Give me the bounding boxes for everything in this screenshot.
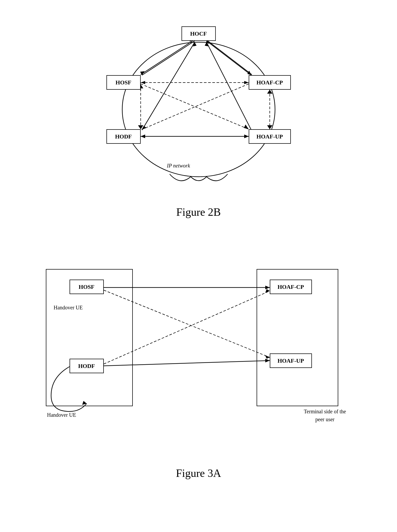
figure-2b-caption: Figure 2B [176,206,221,218]
svg-line-25 [142,42,195,130]
box-hoaf-up-3a: HOAF-UP [270,353,312,368]
box-hodf-3a: HODF [70,359,104,373]
svg-marker-36 [265,289,270,293]
svg-line-35 [104,291,270,364]
svg-point-0 [122,42,275,177]
diagram-svg-2b [96,18,301,203]
hosf-3a-label: HOSF [79,284,95,290]
box-hodf: HODF [106,129,141,144]
box-hoaf-cp: HOAF-CP [249,75,291,90]
hodf-label: HODF [115,133,132,140]
svg-marker-21 [141,81,145,84]
hoaf-cp-3a-label: HOAF-CP [277,284,304,290]
handover-ue-top-label: Handover UE [54,305,83,311]
handover-ue-bottom-label: Handover UE [47,412,76,418]
svg-line-7 [207,40,252,75]
figure-3a-diagram: HOSF HODF HOAF-CP HOAF-UP Handover UE Ha… [41,264,357,464]
svg-line-31 [104,361,270,366]
box-hoaf-cp-3a: HOAF-CP [270,280,312,294]
figure-2b-diagram: HOCF HOSF HOAF-CP HODF HOAF-UP IP networ… [96,18,301,203]
hodf-3a-label: HODF [78,363,95,370]
hoaf-cp-label: HOAF-CP [256,79,283,86]
box-hosf: HOSF [106,75,141,90]
box-hocf: HOCF [182,26,216,41]
ip-network-label: IP network [167,163,190,169]
hosf-label: HOSF [116,79,131,86]
svg-marker-32 [265,359,270,362]
svg-marker-30 [265,286,270,289]
page: HOCF HOSF HOAF-CP HODF HOAF-UP IP networ… [0,0,397,532]
hoaf-up-3a-label: HOAF-UP [277,357,304,364]
svg-marker-24 [141,135,145,138]
figure-3a-section: HOSF HODF HOAF-CP HOAF-UP Handover UE Ha… [11,253,386,517]
figure-2b-section: HOCF HOSF HOAF-CP HODF HOAF-UP IP networ… [11,11,386,248]
box-hoaf-up: HOAF-UP [249,129,291,144]
hoaf-up-label: HOAF-UP [256,133,283,140]
svg-line-5 [207,41,251,75]
svg-marker-10 [244,124,249,129]
hocf-label: HOCF [190,30,207,37]
terminal-side-label: Terminal side of thepeer user [304,408,346,423]
svg-marker-23 [244,135,249,138]
svg-line-33 [104,290,270,357]
figure-3a-caption: Figure 3A [176,467,221,480]
box-hosf-3a: HOSF [70,280,104,294]
svg-marker-20 [244,81,249,84]
